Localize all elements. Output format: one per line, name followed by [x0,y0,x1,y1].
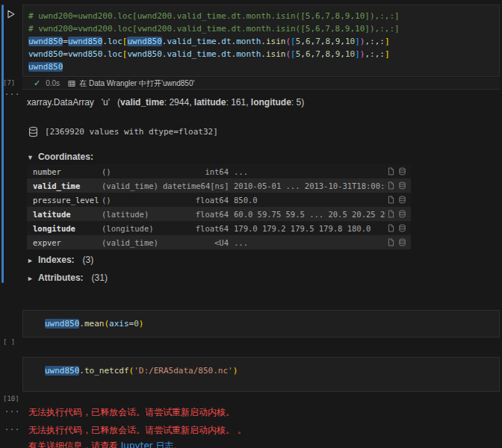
coord-row-latitude: latitude(latitude)float6460.0 59.75 59.5… [27,207,411,221]
error-message: 有关详细信息，请查看 Jupyter 日志。 [28,440,183,448]
code-editor[interactable]: # uwnd200=uwnd200.loc[uwnd200.valid_time… [28,10,499,73]
coordinates-table: number()int64...valid_time(valid_time)da… [27,164,411,249]
error-message: 无法执行代码，已释放会话。请尝试重新启动内核。 。 [28,424,247,437]
data-wrangler-link[interactable]: 在 Data Wrangler 中打开'uwnd850' [79,78,194,89]
error-suffix: 。 [174,441,183,448]
coord-row-expver: expver(valid_time)<U4... [27,235,411,249]
execution-count: [7] [3,79,15,87]
error-message: 无法执行代码，已释放会话。请尝试重新启动内核。 [28,406,235,419]
code-cell[interactable]: uwnd850.to_netcdf('D:/ERA5data/850.nc') [22,357,500,392]
data-stack-icon[interactable] [398,238,406,246]
error-text: 有关详细信息，请查看 [28,441,121,448]
coordinates-section-toggle[interactable]: ▼Coordinates: [27,152,93,162]
output-options-button[interactable]: ··· [4,90,20,99]
triangle-down-icon: ▼ [27,154,34,161]
data-stack-icon[interactable] [398,181,406,190]
database-icon[interactable] [28,126,39,137]
xr-dims: (valid_time: 2944, latitude: 161, longit… [117,97,304,108]
indexes-count: (3) [83,255,94,265]
attributes-doc-icon[interactable] [387,196,395,204]
active-cell-indicator [1,4,4,283]
coord-row-valid_time: valid_time(valid_time)datetime64[ns]2010… [27,178,411,193]
attributes-label: Attributes: [38,273,84,283]
code-editor[interactable]: uwnd850.to_netcdf('D:/ERA5data/850.nc') [45,364,499,377]
output-options-button[interactable]: ··· [4,426,20,434]
execution-time: 0.0s [46,79,60,87]
data-stack-icon[interactable] [398,167,406,175]
values-summary: [2369920 values with dtype=float32] [45,127,218,137]
success-check-icon: ✓ [34,78,40,88]
triangle-right-icon: ► [27,275,34,282]
coord-row-number: number()int64... [27,164,411,178]
data-stack-icon[interactable] [398,224,406,232]
data-wrangler-icon [68,80,75,87]
xr-class-name: xarray.DataArray [27,97,94,108]
attributes-count: (31) [92,273,108,283]
attributes-section-toggle[interactable]: ►Attributes:(31) [27,273,108,283]
attributes-doc-icon[interactable] [387,167,395,175]
coordinates-label: Coordinates: [38,152,93,162]
code-cell[interactable]: # uwnd200=uwnd200.loc[uwnd200.valid_time… [22,4,500,77]
jupyter-log-link[interactable]: Jupyter 日志 [121,441,174,448]
output-options-button[interactable]: ··· [4,408,20,416]
data-repr-row: [2369920 values with dtype=float32] [28,126,218,137]
attributes-doc-icon[interactable] [387,224,395,232]
notebook-editor: # uwnd200=uwnd200.loc[uwnd200.valid_time… [0,0,502,448]
triangle-right-icon: ► [27,257,34,264]
attributes-doc-icon[interactable] [387,210,395,218]
cell-status-bar: ✓ 0.0s 在 Data Wrangler 中打开'uwnd850' [22,78,500,90]
data-stack-icon[interactable] [398,196,406,204]
attributes-doc-icon[interactable] [387,238,395,246]
coord-row-pressure_level: pressure_level()float64850.0 [27,193,411,207]
code-editor[interactable]: uwnd850.mean(axis=0) [45,317,499,330]
xarray-header: xarray.DataArray'u'(valid_time: 2944, la… [27,97,304,108]
indexes-label: Indexes: [38,255,75,265]
indexes-section-toggle[interactable]: ►Indexes:(3) [27,255,93,265]
data-stack-icon[interactable] [398,210,406,218]
execution-count: [ ] [3,338,15,346]
xr-array-name: 'u' [102,97,110,108]
execution-count: [10] [3,395,19,402]
coord-row-longitude: longitude(longitude)float64179.0 179.2 1… [27,221,411,235]
run-cell-button[interactable] [5,8,16,19]
code-cell[interactable]: uwnd850.mean(axis=0) [22,310,500,337]
attributes-doc-icon[interactable] [387,181,395,190]
play-icon [5,9,16,19]
